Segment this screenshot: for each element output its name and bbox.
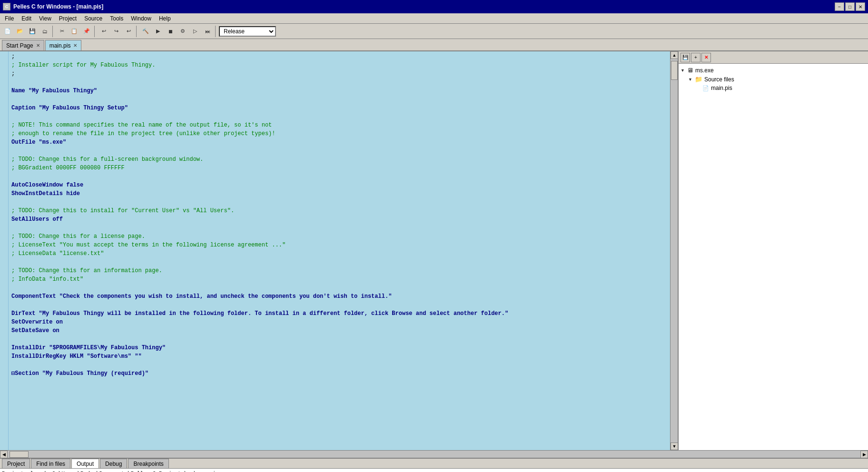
paste-button[interactable]: 📌 <box>81 26 92 37</box>
rp-save-button[interactable]: 💾 <box>681 53 690 62</box>
menu-view[interactable]: View <box>35 14 55 23</box>
tree-icon-folder-sourcefiles: 📁 <box>695 76 702 83</box>
menu-tools[interactable]: Tools <box>106 14 127 23</box>
scrollbar-track[interactable] <box>671 59 678 442</box>
hscroll-left-button[interactable]: ◀ <box>0 451 8 458</box>
tree-icon-msexe: 🖥 <box>687 67 693 74</box>
tab-main-pis-close[interactable]: ✕ <box>73 43 77 48</box>
editor-tab-bar: Start Page ✕ main.pis ✕ <box>0 39 868 51</box>
debug-button[interactable]: ▷ <box>189 26 201 37</box>
scrollbar-thumb[interactable] <box>671 61 678 80</box>
menu-source[interactable]: Source <box>80 14 106 23</box>
rp-remove-button[interactable]: ✕ <box>701 53 711 62</box>
tab-debug-label: Debug <box>105 461 122 467</box>
rp-add-button[interactable]: + <box>691 53 700 62</box>
tree-item-sourcefiles[interactable]: ▼ 📁 Source files <box>681 75 866 84</box>
right-panel: 💾 + ✕ ▼ 🖥 ms.exe ▼ 📁 Source files 📄 main… <box>678 51 868 450</box>
title-bar: C Pelles C for Windows - [main.pis] − □ … <box>0 0 868 13</box>
tab-output[interactable]: Output <box>71 459 99 468</box>
project-tree: ▼ 🖥 ms.exe ▼ 📁 Source files 📄 main.pis <box>679 64 868 450</box>
tab-output-label: Output <box>77 461 94 467</box>
tab-find-in-files-label: Find in files <box>36 461 65 467</box>
menu-bar: File Edit View Project Source Tools Wind… <box>0 13 868 24</box>
window-title: Pelles C for Windows - [main.pis] <box>13 3 103 10</box>
redo-button[interactable]: ↪ <box>110 26 122 37</box>
hscroll-track[interactable] <box>8 451 860 458</box>
output-panel: Project closed: C:\Users\Pedro\Documents… <box>0 468 868 472</box>
minimize-button[interactable]: − <box>835 2 844 11</box>
tab-main-pis-label: main.pis <box>49 42 71 49</box>
scroll-up-button[interactable]: ▲ <box>671 51 678 59</box>
tab-start-page[interactable]: Start Page ✕ <box>2 40 44 50</box>
tree-label-msexe: ms.exe <box>695 67 714 74</box>
scroll-down-button[interactable]: ▼ <box>671 442 678 450</box>
tree-arrow-msexe: ▼ <box>681 68 685 73</box>
editor-scrollbar[interactable]: ▲ ▼ <box>670 51 678 450</box>
menu-project[interactable]: Project <box>55 14 80 23</box>
undo-button[interactable]: ↩ <box>98 26 109 37</box>
tree-item-mainpis[interactable]: 📄 main.pis <box>681 84 866 92</box>
build-button[interactable]: 🔨 <box>140 26 151 37</box>
tab-project-label: Project <box>7 461 25 467</box>
horizontal-scrollbar[interactable]: ◀ ▶ <box>0 450 868 458</box>
hscroll-thumb[interactable] <box>10 451 29 458</box>
bottom-tabs: Project Find in files Output Debug Break… <box>0 458 868 468</box>
new-button[interactable]: 📄 <box>2 26 13 37</box>
title-bar-controls: − □ ✕ <box>835 2 865 11</box>
tab-project[interactable]: Project <box>2 459 30 468</box>
stop-button[interactable]: ⏹ <box>165 26 176 37</box>
tab-start-page-label: Start Page <box>6 42 33 49</box>
main-area: ; ; Installer script for My Fabulous Thi… <box>0 51 868 450</box>
tree-icon-file-mainpis: 📄 <box>702 85 709 91</box>
menu-help[interactable]: Help <box>155 14 175 23</box>
tree-label-sourcefiles: Source files <box>704 76 734 83</box>
undo2-button[interactable]: ↩ <box>123 26 134 37</box>
cut-button[interactable]: ✂ <box>56 26 68 37</box>
open-button[interactable]: 📂 <box>14 26 26 37</box>
toolbar-sep1 <box>52 26 54 37</box>
copy-button[interactable]: 📋 <box>69 26 80 37</box>
menu-window[interactable]: Window <box>127 14 155 23</box>
tab-find-in-files[interactable]: Find in files <box>31 459 70 468</box>
tree-label-mainpis: main.pis <box>711 85 732 91</box>
tab-breakpoints[interactable]: Breakpoints <box>128 459 168 468</box>
run-button[interactable]: ▶ <box>152 26 164 37</box>
tab-breakpoints-label: Breakpoints <box>133 461 163 467</box>
step-button[interactable]: ⏭ <box>202 26 213 37</box>
output-line-1: Project closed: C:\Users\Pedro\Documents… <box>2 470 866 472</box>
right-panel-toolbar: 💾 + ✕ <box>679 51 868 64</box>
tab-main-pis[interactable]: main.pis ✕ <box>45 40 82 50</box>
title-bar-left: C Pelles C for Windows - [main.pis] <box>3 3 103 10</box>
hscroll-right-button[interactable]: ▶ <box>860 451 868 458</box>
menu-edit[interactable]: Edit <box>18 14 35 23</box>
menu-file[interactable]: File <box>1 14 18 23</box>
save-all-button[interactable]: 🗂 <box>39 26 50 37</box>
line-gutter <box>0 51 9 450</box>
save-button[interactable]: 💾 <box>27 26 38 37</box>
toolbar-sep3 <box>136 26 138 37</box>
tree-item-msexe[interactable]: ▼ 🖥 ms.exe <box>681 66 866 75</box>
close-button[interactable]: ✕ <box>856 2 865 11</box>
toolbar-sep4 <box>215 26 217 37</box>
editor-area: ; ; Installer script for My Fabulous Thi… <box>0 51 678 450</box>
editor-content[interactable]: ; ; Installer script for My Fabulous Thi… <box>9 51 670 450</box>
toolbar: 📄 📂 💾 🗂 ✂ 📋 📌 ↩ ↪ ↩ 🔨 ▶ ⏹ ⚙ ▷ ⏭ Release … <box>0 24 868 39</box>
configuration-dropdown[interactable]: Release Debug <box>219 26 276 37</box>
toolbar-sep2 <box>94 26 96 37</box>
tab-debug[interactable]: Debug <box>100 459 127 468</box>
tree-arrow-sourcefiles: ▼ <box>688 77 693 82</box>
maximize-button[interactable]: □ <box>845 2 855 11</box>
app-icon: C <box>3 3 10 10</box>
compile-button[interactable]: ⚙ <box>177 26 188 37</box>
tab-start-page-close[interactable]: ✕ <box>36 43 40 48</box>
